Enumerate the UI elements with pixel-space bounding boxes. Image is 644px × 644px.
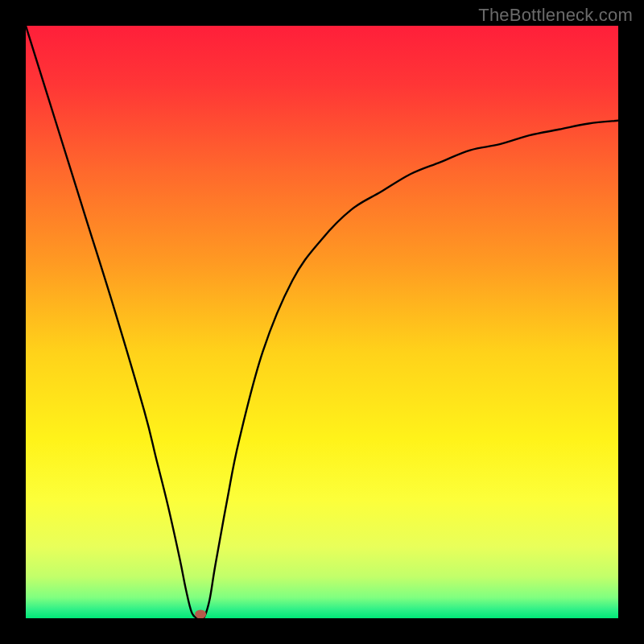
minimum-marker — [195, 610, 206, 619]
curve-layer — [26, 26, 618, 618]
watermark-text: TheBottleneck.com — [478, 5, 633, 26]
bottleneck-curve — [26, 26, 618, 618]
outer-frame: TheBottleneck.com — [0, 0, 644, 644]
plot-area — [26, 26, 618, 618]
